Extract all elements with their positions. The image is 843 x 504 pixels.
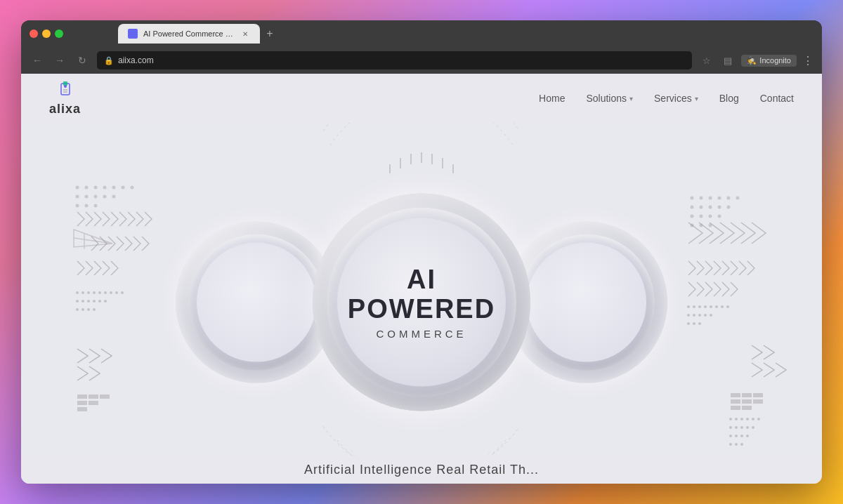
url-bar[interactable]: 🔒 aiixa.com: [97, 51, 692, 69]
browser-menu-button[interactable]: ⋮: [802, 54, 813, 67]
bottom-text: Artificial Intelligence Real Retail Th..…: [304, 463, 539, 477]
solutions-chevron: ▾: [629, 95, 633, 102]
svg-point-18: [98, 300, 101, 303]
incognito-icon: 🕵: [747, 56, 757, 65]
svg-point-35: [715, 305, 718, 308]
svg-point-20: [76, 308, 79, 311]
svg-point-81: [691, 197, 694, 200]
svg-point-71: [740, 443, 743, 446]
svg-point-21: [81, 308, 84, 311]
traffic-lights: [30, 29, 63, 38]
title-bar: AI Powered Commerce Solut... ✕ +: [21, 20, 822, 47]
close-button[interactable]: [30, 29, 38, 38]
nav-solutions[interactable]: Solutions ▾: [586, 93, 633, 104]
svg-point-67: [740, 435, 743, 437]
svg-point-102: [103, 186, 107, 190]
svg-point-12: [115, 291, 118, 294]
logo[interactable]: alixa: [49, 81, 81, 117]
svg-point-97: [700, 224, 703, 227]
toolbar-icons: ☆ ▤ 🕵 Incognito ⋮: [699, 53, 813, 68]
svg-point-85: [727, 197, 731, 200]
svg-point-62: [740, 426, 743, 429]
svg-point-95: [718, 215, 721, 218]
svg-point-63: [746, 426, 749, 429]
svg-point-16: [87, 300, 90, 303]
browser-chrome: AI Powered Commerce Solut... ✕ + ← → ↻ 🔒…: [21, 20, 822, 74]
new-tab-button[interactable]: +: [260, 24, 280, 44]
svg-point-58: [752, 418, 754, 420]
tab-title: AI Powered Commerce Solut...: [143, 29, 235, 38]
hero-title: AI POWERED: [337, 265, 506, 324]
svg-point-106: [76, 195, 79, 199]
svg-point-93: [700, 215, 703, 218]
bottom-peek: Artificial Intelligence Real Retail Th..…: [21, 456, 822, 484]
svg-point-36: [721, 305, 724, 308]
svg-point-45: [698, 322, 701, 325]
nav-contact[interactable]: Contact: [760, 93, 794, 104]
url-text: aiixa.com: [118, 55, 154, 65]
browser-window: AI Powered Commerce Solut... ✕ + ← → ↻ 🔒…: [21, 20, 822, 484]
website-content: alixa Home Solutions ▾ Services ▾ Blog: [21, 74, 822, 484]
svg-point-94: [709, 215, 712, 218]
address-bar: ← → ↻ 🔒 aiixa.com ☆ ▤ 🕵 Incognito ⋮: [21, 47, 822, 74]
svg-point-104: [122, 186, 125, 190]
svg-point-42: [710, 314, 712, 317]
nav-home[interactable]: Home: [539, 93, 565, 104]
nav-blog[interactable]: Blog: [719, 93, 739, 104]
circle-center: AI POWERED COMMERCE: [313, 194, 530, 411]
svg-point-61: [735, 426, 738, 429]
svg-point-103: [112, 186, 116, 190]
svg-point-33: [704, 305, 707, 308]
svg-point-69: [729, 443, 732, 446]
svg-point-87: [691, 206, 694, 209]
svg-point-101: [94, 186, 98, 190]
svg-point-19: [104, 300, 107, 303]
svg-point-99: [76, 186, 79, 190]
svg-point-112: [85, 204, 89, 208]
svg-point-84: [718, 197, 721, 200]
svg-point-86: [736, 197, 740, 200]
svg-point-41: [704, 314, 707, 317]
svg-point-11: [110, 291, 112, 294]
svg-point-57: [746, 418, 749, 420]
maximize-button[interactable]: [55, 29, 63, 38]
svg-rect-47: [742, 393, 752, 397]
svg-point-88: [700, 206, 703, 209]
svg-point-31: [693, 305, 695, 308]
svg-point-22: [87, 308, 90, 311]
svg-point-89: [709, 206, 712, 209]
svg-point-54: [729, 418, 732, 420]
svg-point-68: [746, 435, 749, 437]
svg-point-83: [709, 197, 712, 200]
svg-point-65: [729, 435, 732, 437]
bookmark-icon[interactable]: ☆: [699, 53, 714, 68]
active-tab[interactable]: AI Powered Commerce Solut... ✕: [118, 24, 260, 44]
svg-point-39: [693, 314, 695, 317]
svg-rect-50: [742, 399, 752, 404]
svg-rect-48: [753, 393, 763, 397]
svg-rect-51: [753, 399, 763, 404]
refresh-button[interactable]: ↻: [74, 53, 90, 68]
svg-point-38: [687, 314, 690, 317]
svg-rect-49: [731, 399, 740, 404]
svg-line-79: [74, 238, 112, 244]
back-button[interactable]: ←: [30, 53, 45, 68]
right-ring-core: [527, 243, 646, 362]
svg-point-56: [740, 418, 743, 420]
svg-rect-26: [100, 394, 110, 399]
nav-services[interactable]: Services ▾: [654, 93, 698, 104]
nav-links: Home Solutions ▾ Services ▾ Blog Contact: [539, 93, 794, 104]
svg-point-30: [687, 305, 690, 308]
svg-point-82: [700, 197, 703, 200]
forward-button[interactable]: →: [52, 53, 67, 68]
svg-point-23: [93, 308, 96, 311]
svg-point-91: [727, 206, 731, 209]
tab-close-button[interactable]: ✕: [240, 29, 250, 39]
left-ring-core: [197, 243, 316, 362]
svg-rect-24: [77, 394, 87, 399]
svg-rect-46: [731, 393, 740, 397]
minimize-button[interactable]: [42, 29, 51, 38]
svg-rect-53: [742, 406, 752, 410]
extensions-icon[interactable]: ▤: [720, 53, 736, 68]
svg-point-113: [94, 204, 98, 208]
